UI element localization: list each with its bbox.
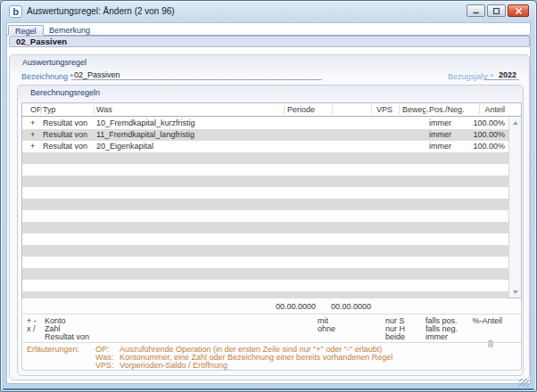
dialog-window: b Auswertungsregel: Ändern (2 von 96) Re…	[0, 0, 537, 392]
divider	[22, 342, 521, 343]
divider	[22, 314, 521, 314]
tab-bemerkung[interactable]: Bemerkung	[43, 25, 96, 36]
trash-icon	[487, 339, 494, 347]
close-icon	[515, 7, 523, 15]
vertical-scrollbar[interactable]	[508, 118, 521, 298]
rule-title-bar: 02_Passiven	[9, 36, 530, 47]
minimize-button[interactable]	[467, 4, 485, 17]
legend-anteil-label: %-Anteil	[472, 317, 502, 325]
column-separator	[40, 105, 41, 114]
table-row[interactable]: + Resultat von 11_Fremdkapital_langfrist…	[22, 129, 508, 141]
group-auswertungsregel: Auswertungsregel Bezeichnung * Bezugsjah…	[9, 54, 530, 380]
tab-regel[interactable]: Regel	[8, 25, 44, 36]
col-typ: Typ	[43, 103, 56, 117]
notes-texts: Auszuführende Operation (in der ersten Z…	[120, 346, 392, 370]
chevron-down-icon	[513, 290, 518, 294]
col-posneg: Pos./Neg.	[429, 103, 465, 117]
col-was: Was	[96, 103, 112, 117]
column-separator	[371, 105, 372, 114]
chevron-up-icon	[513, 121, 518, 125]
maximize-icon	[492, 7, 500, 15]
resize-grip[interactable]	[519, 379, 529, 387]
column-separator	[332, 105, 333, 114]
col-anteil: Anteil	[484, 103, 505, 117]
legend-beweg-values: nur S nur H beide	[385, 317, 405, 341]
window-title: Auswertungsregel: Ändern (2 von 96)	[27, 6, 175, 16]
group-berechnungsregeln: Berechnungsregeln OP Typ Was Periode VPS…	[17, 85, 524, 376]
legend-posneg-values: falls pos. falls neg. immer	[425, 317, 458, 341]
close-button[interactable]	[508, 4, 529, 17]
column-separator	[425, 105, 426, 114]
dialog-content: Regel Bemerkung 02_Passiven Auswertungsr…	[6, 22, 531, 384]
title-bar[interactable]: b Auswertungsregel: Ändern (2 von 96)	[1, 1, 536, 22]
tab-strip: Regel Bemerkung	[7, 25, 530, 36]
column-separator	[284, 105, 285, 114]
legend-typ-values: Konto Zahl Resultat von	[45, 317, 89, 341]
table-header-row: OP Typ Was Periode VPS Beweg. Pos./Neg. …	[22, 103, 521, 117]
minimize-icon	[472, 7, 480, 15]
legend-vps-values: mit ohne	[318, 317, 335, 333]
notes-label: Erläuterungen:	[27, 346, 79, 354]
app-icon: b	[9, 5, 22, 18]
group-label-auswertungsregel: Auswertungsregel	[22, 58, 87, 67]
column-separator	[399, 105, 400, 114]
notes-keys: OP: Was: VPS:	[95, 346, 114, 370]
scroll-down-button[interactable]	[509, 287, 521, 298]
col-vps: VPS	[376, 103, 392, 117]
column-separator	[479, 105, 480, 114]
bezeichnung-input[interactable]	[71, 69, 322, 80]
delete-row-button[interactable]	[487, 335, 494, 351]
table-row[interactable]: + Resultat von 20_Eigenkapital immer 100…	[22, 141, 508, 152]
bezugsjahr-input[interactable]	[483, 69, 519, 80]
column-separator	[94, 105, 95, 114]
periode-date-placeholder-2: 00.00.0000	[331, 302, 371, 311]
col-periode: Periode	[287, 103, 315, 117]
maximize-button[interactable]	[487, 4, 506, 17]
table-footer-panel: 00.00.0000 00.00.0000 + - x / Konto Zahl…	[21, 298, 522, 371]
group-label-berechnungsregeln: Berechnungsregeln	[30, 88, 100, 97]
scroll-up-button[interactable]	[509, 118, 521, 128]
bezeichnung-label: Bezeichnung *	[21, 72, 73, 81]
table-row[interactable]: + Resultat von 10_Fremdkapital_kurzfrist…	[22, 118, 508, 129]
periode-date-placeholder-1: 00.00.0000	[276, 302, 316, 311]
legend-op-symbols: + - x /	[27, 317, 37, 333]
calculation-rules-table: OP Typ Was Periode VPS Beweg. Pos./Neg. …	[21, 102, 522, 298]
table-body: + Resultat von 10_Fremdkapital_kurzfrist…	[22, 118, 508, 298]
